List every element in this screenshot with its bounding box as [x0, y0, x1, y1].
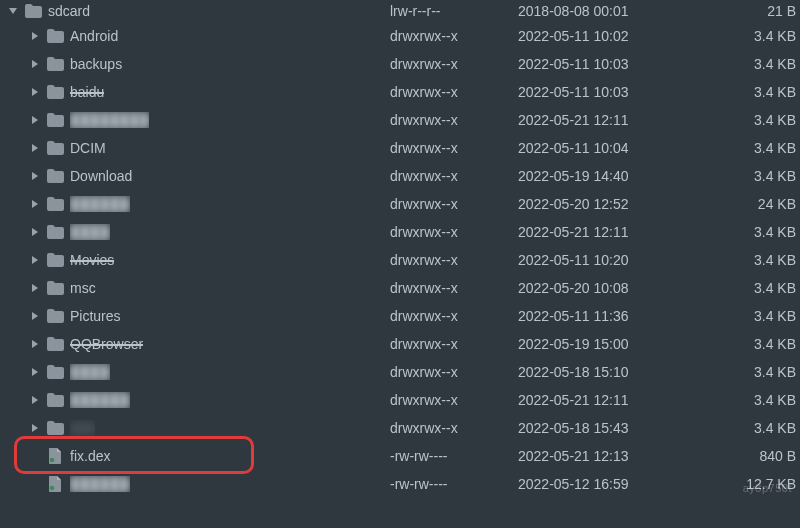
file-size: 21 B [708, 3, 800, 19]
tree-row[interactable]: ████drwxrwx--x2022-05-21 12:113.4 KB [0, 218, 800, 246]
folder-icon [24, 2, 42, 20]
file-size: 3.4 KB [708, 420, 800, 436]
folder-icon [46, 167, 64, 185]
modified-date: 2022-05-11 10:03 [518, 84, 708, 100]
tree-row[interactable]: □□□drwxrwx--x2022-05-18 15:433.4 KB [0, 414, 800, 442]
folder-icon [46, 111, 64, 129]
tree-row[interactable]: ██████-rw-rw----2022-05-12 16:5912.7 KB [0, 470, 800, 498]
tree-root-row[interactable]: sdcardlrw-r--r--2018-08-08 00:0121 B [0, 0, 800, 22]
file-name: Android [70, 28, 118, 44]
modified-date: 2022-05-20 12:52 [518, 196, 708, 212]
folder-icon [46, 195, 64, 213]
folder-icon [46, 223, 64, 241]
tree-row[interactable]: Downloaddrwxrwx--x2022-05-19 14:403.4 KB [0, 162, 800, 190]
chevron-right-icon[interactable] [28, 85, 42, 99]
svg-point-0 [50, 458, 55, 463]
file-size: 3.4 KB [708, 364, 800, 380]
tree-row[interactable]: QQBrowserdrwxrwx--x2022-05-19 15:003.4 K… [0, 330, 800, 358]
file-size: 3.4 KB [708, 280, 800, 296]
chevron-right-icon[interactable] [28, 365, 42, 379]
file-size: 3.4 KB [708, 84, 800, 100]
file-name: Pictures [70, 308, 121, 324]
file-icon [46, 475, 64, 493]
permissions: drwxrwx--x [390, 168, 518, 184]
chevron-right-icon[interactable] [28, 421, 42, 435]
chevron-right-icon[interactable] [28, 29, 42, 43]
permissions: drwxrwx--x [390, 224, 518, 240]
file-name: □□□ [70, 420, 95, 436]
modified-date: 2022-05-21 12:11 [518, 224, 708, 240]
permissions: -rw-rw---- [390, 448, 518, 464]
permissions: drwxrwx--x [390, 364, 518, 380]
tree-row[interactable]: ██████drwxrwx--x2022-05-20 12:5224 KB [0, 190, 800, 218]
permissions: drwxrwx--x [390, 420, 518, 436]
chevron-right-icon[interactable] [28, 225, 42, 239]
tree-row[interactable]: ████drwxrwx--x2022-05-18 15:103.4 KB [0, 358, 800, 386]
permissions: -rw-rw---- [390, 476, 518, 492]
permissions: drwxrwx--x [390, 140, 518, 156]
chevron-right-icon[interactable] [28, 337, 42, 351]
modified-date: 2022-05-18 15:10 [518, 364, 708, 380]
tree-row[interactable]: fix.dex-rw-rw----2022-05-21 12:13840 B [0, 442, 800, 470]
modified-date: 2022-05-11 10:03 [518, 56, 708, 72]
file-name: Download [70, 168, 132, 184]
chevron-right-icon[interactable] [28, 309, 42, 323]
folder-icon [46, 251, 64, 269]
modified-date: 2022-05-21 12:11 [518, 112, 708, 128]
chevron-right-icon[interactable] [28, 197, 42, 211]
file-name: sdcard [48, 3, 90, 19]
chevron-right-icon[interactable] [28, 393, 42, 407]
chevron-right-icon[interactable] [28, 57, 42, 71]
modified-date: 2018-08-08 00:01 [518, 3, 708, 19]
chevron-right-icon[interactable] [28, 253, 42, 267]
file-name: baidu [70, 84, 104, 100]
folder-icon [46, 335, 64, 353]
file-size: 12.7 KB [708, 476, 800, 492]
modified-date: 2022-05-18 15:43 [518, 420, 708, 436]
permissions: drwxrwx--x [390, 84, 518, 100]
file-size: 3.4 KB [708, 308, 800, 324]
file-name: fix.dex [70, 448, 110, 464]
modified-date: 2022-05-11 10:20 [518, 252, 708, 268]
file-name: ████████ [70, 112, 149, 128]
permissions: drwxrwx--x [390, 196, 518, 212]
modified-date: 2022-05-11 11:36 [518, 308, 708, 324]
folder-icon [46, 83, 64, 101]
folder-icon [46, 27, 64, 45]
tree-row[interactable]: baidudrwxrwx--x2022-05-11 10:033.4 KB [0, 78, 800, 106]
permissions: drwxrwx--x [390, 280, 518, 296]
tree-row[interactable]: Moviesdrwxrwx--x2022-05-11 10:203.4 KB [0, 246, 800, 274]
file-size: 3.4 KB [708, 224, 800, 240]
permissions: drwxrwx--x [390, 336, 518, 352]
tree-row[interactable]: ██████drwxrwx--x2022-05-21 12:113.4 KB [0, 386, 800, 414]
folder-icon [46, 391, 64, 409]
file-name: Movies [70, 252, 114, 268]
file-size: 24 KB [708, 196, 800, 212]
chevron-right-icon[interactable] [28, 113, 42, 127]
folder-icon [46, 55, 64, 73]
chevron-right-icon[interactable] [28, 141, 42, 155]
modified-date: 2022-05-11 10:02 [518, 28, 708, 44]
chevron-right-icon [28, 477, 42, 491]
tree-row[interactable]: Picturesdrwxrwx--x2022-05-11 11:363.4 KB [0, 302, 800, 330]
permissions: drwxrwx--x [390, 308, 518, 324]
tree-row[interactable]: mscdrwxrwx--x2022-05-20 10:083.4 KB [0, 274, 800, 302]
file-size: 3.4 KB [708, 56, 800, 72]
chevron-right-icon[interactable] [28, 169, 42, 183]
chevron-down-icon[interactable] [6, 4, 20, 18]
svg-point-1 [50, 486, 55, 491]
file-name: ██████ [70, 476, 130, 492]
chevron-right-icon[interactable] [28, 281, 42, 295]
modified-date: 2022-05-21 12:13 [518, 448, 708, 464]
permissions: drwxrwx--x [390, 28, 518, 44]
file-size: 840 B [708, 448, 800, 464]
file-size: 3.4 KB [708, 140, 800, 156]
tree-row[interactable]: ████████drwxrwx--x2022-05-21 12:113.4 KB [0, 106, 800, 134]
tree-row[interactable]: Androiddrwxrwx--x2022-05-11 10:023.4 KB [0, 22, 800, 50]
tree-row[interactable]: backupsdrwxrwx--x2022-05-11 10:033.4 KB [0, 50, 800, 78]
folder-icon [46, 307, 64, 325]
file-name: ████ [70, 224, 110, 240]
tree-row[interactable]: DCIMdrwxrwx--x2022-05-11 10:043.4 KB [0, 134, 800, 162]
folder-icon [46, 363, 64, 381]
modified-date: 2022-05-19 14:40 [518, 168, 708, 184]
